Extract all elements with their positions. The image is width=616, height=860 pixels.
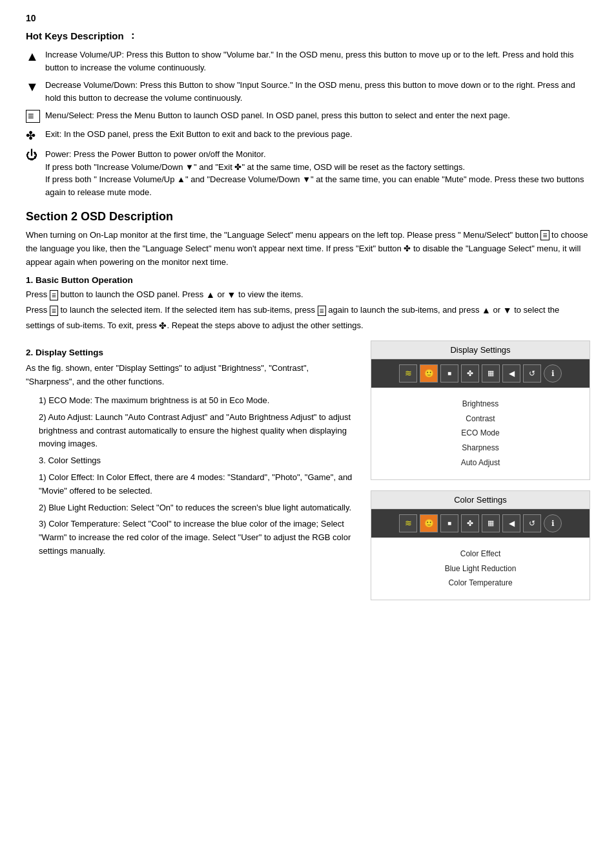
hotkey-item-3: ✤ Exit: In the OSD panel, press the Exit… — [26, 128, 590, 143]
color-panel-header: Color Settings — [371, 491, 590, 509]
display-settings-panel: Display Settings ≋ 🙂 ■ ✤ ▦ ◀ ↺ — [371, 341, 590, 480]
color-icon-settings[interactable]: ✤ — [461, 514, 479, 532]
display-settings-section: 2. Display Settings As the fig. shown, e… — [26, 341, 590, 611]
hotkey-text-4: Power: Press the Power Button to power o… — [45, 148, 590, 198]
power-icon: ⏻ — [26, 149, 40, 162]
exit-gear-icon: ✤ — [26, 129, 40, 143]
display-icon-square[interactable]: ■ — [440, 364, 458, 383]
display-item-2: 2) Auto Adjust: Launch "Auto Contrast Ad… — [39, 411, 358, 451]
color-icon-wave[interactable]: ≋ — [399, 514, 417, 532]
color-settings-panel: Color Settings ≋ 🙂 ■ ✤ ▦ ◀ ↺ ℹ Color Eff… — [371, 490, 590, 600]
display-menu-contrast: Contrast — [371, 412, 590, 426]
display-menu-auto: Auto Adjust — [371, 456, 590, 470]
display-icon-wave[interactable]: ≋ — [399, 364, 417, 383]
hotkeys-section: Hot Keys Description ： ▲ Increase Volume… — [26, 30, 590, 198]
color-menu-effect: Color Effect — [371, 547, 590, 561]
hotkey-item-2: ≡ Menu/Select: Press the Menu Button to … — [26, 109, 590, 123]
hotkey-text-2: Menu/Select: Press the Menu Button to la… — [45, 109, 590, 122]
inline-down-icon: ▼ — [185, 162, 194, 172]
section2-title: Section 2 OSD Description — [26, 210, 590, 224]
hotkey-item-4: ⏻ Power: Press the Power Button to power… — [26, 148, 590, 198]
inline-down2: ▼ — [227, 289, 236, 300]
inline-up3: ▲ — [482, 305, 491, 315]
color-item-3: 3) Color Temperature: Select "Cool" to i… — [39, 518, 358, 558]
display-menu-items: Brightness Contrast ECO Mode Sharpness A… — [371, 388, 590, 479]
color-menu-temperature: Color Temperature — [371, 576, 590, 591]
inline-exit3: ✤ — [159, 320, 167, 331]
inline-menu-icon2: ≡ — [50, 290, 58, 300]
display-menu-brightness: Brightness — [371, 397, 590, 412]
display-icon-settings[interactable]: ✤ — [461, 364, 479, 383]
basic-button-text: Press ≡ button to launch the OSD panel. … — [26, 288, 590, 333]
inline-down-icon2: ▼ — [302, 174, 311, 184]
display-menu-eco: ECO Mode — [371, 426, 590, 441]
display-panel-header: Display Settings — [371, 341, 590, 359]
display-icon-person[interactable]: 🙂 — [420, 364, 438, 383]
inline-menu-icon: ≡ — [540, 230, 549, 240]
inline-exit-icon: ✤ — [234, 162, 241, 172]
display-menu-sharpness: Sharpness — [371, 441, 590, 456]
color-icon-arrow-left[interactable]: ◀ — [502, 514, 520, 532]
color-icon-person[interactable]: 🙂 — [420, 514, 438, 532]
hotkeys-title-text: Hot Keys Description — [26, 30, 124, 41]
display-icon-grid[interactable]: ▦ — [482, 364, 500, 383]
hotkeys-colon: ： — [128, 30, 138, 42]
display-icon-arrow-left[interactable]: ◀ — [502, 364, 520, 383]
hotkey-text-3: Exit: In the OSD panel, press the Exit B… — [45, 128, 590, 141]
display-item-1: 1) ECO Mode: The maximum brightness is a… — [39, 394, 358, 408]
page-number: 10 — [26, 13, 590, 23]
color-icons-row: ≋ 🙂 ■ ✤ ▦ ◀ ↺ ℹ — [371, 509, 590, 538]
up-arrow-icon: ▲ — [26, 49, 40, 64]
section2: Section 2 OSD Description When turning o… — [26, 210, 590, 611]
section2-intro: When turning on On-Lap monitor at the fi… — [26, 229, 590, 269]
hotkeys-title: Hot Keys Description ： — [26, 30, 590, 42]
color-icon-refresh[interactable]: ↺ — [523, 514, 541, 532]
inline-menu-icon3: ≡ — [50, 306, 58, 316]
subsection2-title: 2. Display Settings — [26, 346, 358, 360]
right-panels: Display Settings ≋ 🙂 ■ ✤ ▦ ◀ ↺ — [371, 341, 590, 611]
display-settings-intro: As the fig. shown, enter "Display Settin… — [26, 362, 358, 389]
color-icon-square[interactable]: ■ — [440, 514, 458, 532]
inline-up-icon: ▲ — [177, 174, 185, 184]
display-settings-left: 2. Display Settings As the fig. shown, e… — [26, 341, 358, 561]
color-menu-blue-light: Blue Light Reduction — [371, 561, 590, 576]
color-icon-grid[interactable]: ▦ — [482, 514, 500, 532]
display-icons-row: ≋ 🙂 ■ ✤ ▦ ◀ ↺ ℹ — [371, 359, 590, 388]
inline-up2: ▲ — [206, 289, 215, 300]
color-item-1: 1) Color Effect: In Color Effect, there … — [39, 471, 358, 498]
color-icon-info[interactable]: ℹ — [544, 514, 562, 532]
display-icon-info[interactable]: ℹ — [544, 364, 562, 383]
inline-down3: ▼ — [503, 305, 512, 315]
color-item-2: 2) Blue Light Reduction: Select "On" to … — [39, 501, 358, 515]
menu-select-icon: ≡ — [26, 110, 40, 123]
subsection1-title: 1. Basic Button Operation — [26, 275, 590, 285]
hotkey-text-0: Increase Volume/UP: Press this Button to… — [45, 48, 590, 74]
color-menu-items: Color Effect Blue Light Reduction Color … — [371, 538, 590, 600]
down-arrow-icon: ▼ — [26, 79, 40, 94]
hotkey-item-0: ▲ Increase Volume/UP: Press this Button … — [26, 48, 590, 74]
inline-menu-icon4: ≡ — [318, 306, 326, 316]
display-item-3: 3. Color Settings — [39, 454, 358, 468]
hotkey-text-1: Decrease Volume/Down: Press this Button … — [45, 79, 590, 104]
inline-exit-icon2: ✤ — [404, 244, 411, 253]
hotkey-item-1: ▼ Decrease Volume/Down: Press this Butto… — [26, 79, 590, 104]
display-icon-refresh[interactable]: ↺ — [523, 364, 541, 383]
